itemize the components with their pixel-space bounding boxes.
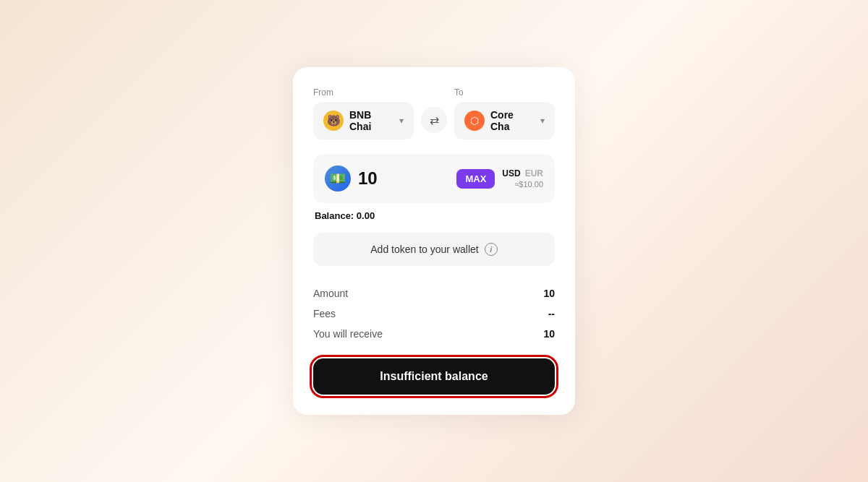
receive-summary-row: You will receive 10 <box>313 324 555 344</box>
to-label: To <box>454 87 555 98</box>
usd-equivalent: ≈$10.00 <box>514 180 543 189</box>
balance-value: 0.00 <box>357 210 375 221</box>
from-label: From <box>313 87 414 98</box>
fees-summary-row: Fees -- <box>313 304 555 324</box>
core-icon-symbol: ⬡ <box>470 115 479 126</box>
info-icon: i <box>485 243 498 256</box>
add-token-button[interactable]: Add token to your wallet i <box>313 233 555 266</box>
to-chain-chevron: ▾ <box>540 116 545 126</box>
amount-input[interactable] <box>358 168 449 189</box>
from-chain-name: BNB Chai <box>349 109 393 132</box>
swap-icon: ⇄ <box>430 113 439 127</box>
from-chain-chevron: ▾ <box>399 116 404 126</box>
token-symbol: 💵 <box>330 171 346 186</box>
amount-summary-value: 10 <box>543 288 555 299</box>
to-chain-name: Core Cha <box>490 109 535 132</box>
insufficient-balance-button[interactable]: Insufficient balance <box>313 358 555 395</box>
receive-summary-value: 10 <box>543 328 555 340</box>
bnb-icon-symbol: 🐻 <box>327 114 341 127</box>
bridge-card: From 🐻 BNB Chai ▾ ⇄ To ⬡ Core Cha ▾ <box>293 67 575 415</box>
usd-currency-button[interactable]: USD <box>502 168 520 178</box>
currency-group: USD EUR ≈$10.00 <box>502 168 543 189</box>
currency-toggle: USD EUR <box>502 168 543 178</box>
chain-selector-row: From 🐻 BNB Chai ▾ ⇄ To ⬡ Core Cha ▾ <box>313 87 555 139</box>
bnb-chain-icon: 🐻 <box>323 111 344 131</box>
amount-summary-row: Amount 10 <box>313 283 555 304</box>
fees-summary-label: Fees <box>313 308 336 319</box>
to-chain-group: To ⬡ Core Cha ▾ <box>454 87 555 139</box>
balance-label: Balance: <box>315 210 354 221</box>
balance-row: Balance: 0.00 <box>313 210 555 221</box>
fees-summary-value: -- <box>548 308 555 319</box>
amount-summary-label: Amount <box>313 288 348 299</box>
core-chain-icon: ⬡ <box>464 111 485 131</box>
from-chain-group: From 🐻 BNB Chai ▾ <box>313 87 414 139</box>
eur-currency-button[interactable]: EUR <box>525 168 543 178</box>
from-chain-selector[interactable]: 🐻 BNB Chai ▾ <box>313 102 414 139</box>
receive-summary-label: You will receive <box>313 328 383 340</box>
amount-input-box: 💵 MAX USD EUR ≈$10.00 <box>313 154 555 203</box>
summary-section: Amount 10 Fees -- You will receive 10 <box>313 283 555 344</box>
token-icon: 💵 <box>325 165 351 191</box>
info-icon-symbol: i <box>490 245 492 254</box>
add-token-label: Add token to your wallet <box>370 244 478 255</box>
swap-direction-button[interactable]: ⇄ <box>421 107 447 133</box>
to-chain-selector[interactable]: ⬡ Core Cha ▾ <box>454 102 555 139</box>
max-button[interactable]: MAX <box>456 169 495 189</box>
